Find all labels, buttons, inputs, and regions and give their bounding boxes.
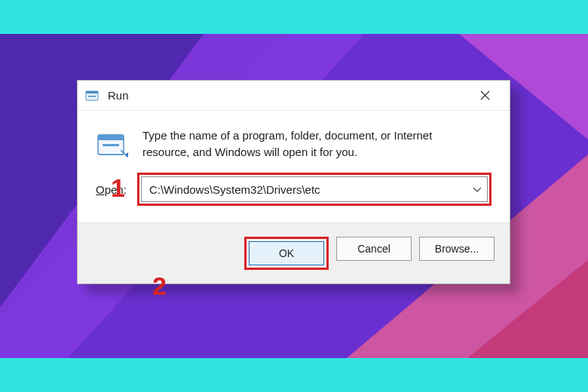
open-combobox[interactable] <box>137 173 492 206</box>
svg-rect-8 <box>103 144 119 146</box>
run-program-icon <box>96 130 129 161</box>
annotation-highlight-ok: OK <box>244 237 329 270</box>
annotation-number-2: 2 <box>152 271 167 301</box>
cancel-button[interactable]: Cancel <box>336 237 412 261</box>
svg-rect-7 <box>98 135 124 140</box>
run-title-icon <box>85 89 100 103</box>
ok-button[interactable]: OK <box>249 241 324 265</box>
button-row: OK Cancel Browse... <box>78 222 510 283</box>
titlebar: Run <box>78 81 510 111</box>
dialog-description: Type the name of a program, folder, docu… <box>142 127 459 161</box>
open-input[interactable] <box>141 176 488 202</box>
open-row: Open: <box>78 173 510 222</box>
svg-rect-2 <box>86 91 98 93</box>
run-dialog: Run Type the name of a program, folder, … <box>77 80 510 284</box>
dialog-title: Run <box>108 89 467 102</box>
browse-button[interactable]: Browse... <box>419 237 495 261</box>
svg-rect-3 <box>88 96 96 97</box>
dialog-content: Type the name of a program, folder, docu… <box>78 111 510 173</box>
close-button[interactable] <box>467 84 502 108</box>
close-icon <box>480 90 490 100</box>
annotation-number-1: 1 <box>111 173 125 203</box>
